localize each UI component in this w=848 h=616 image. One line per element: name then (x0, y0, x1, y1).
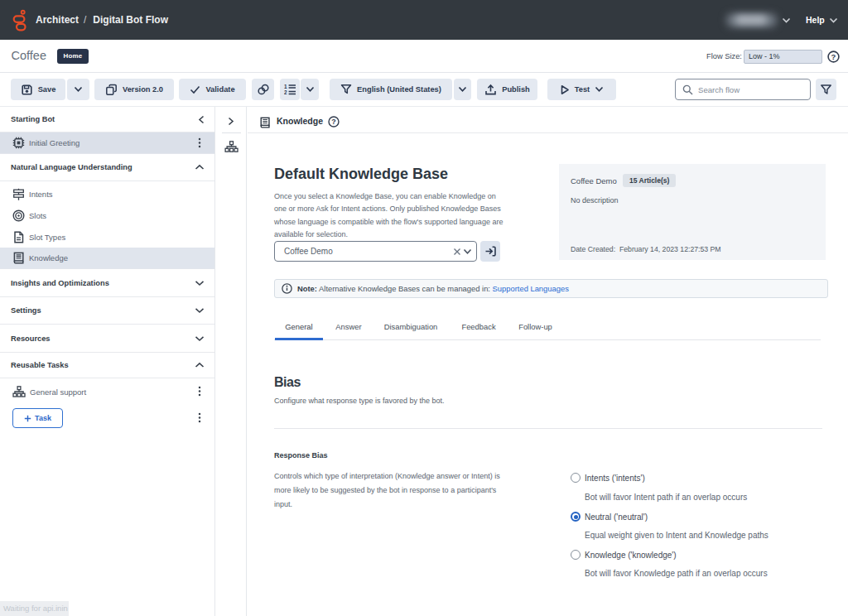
svg-text:1: 1 (284, 84, 287, 89)
svg-text:2: 2 (284, 89, 287, 95)
svg-text:?: ? (831, 52, 836, 61)
svg-text:?: ? (331, 118, 335, 126)
